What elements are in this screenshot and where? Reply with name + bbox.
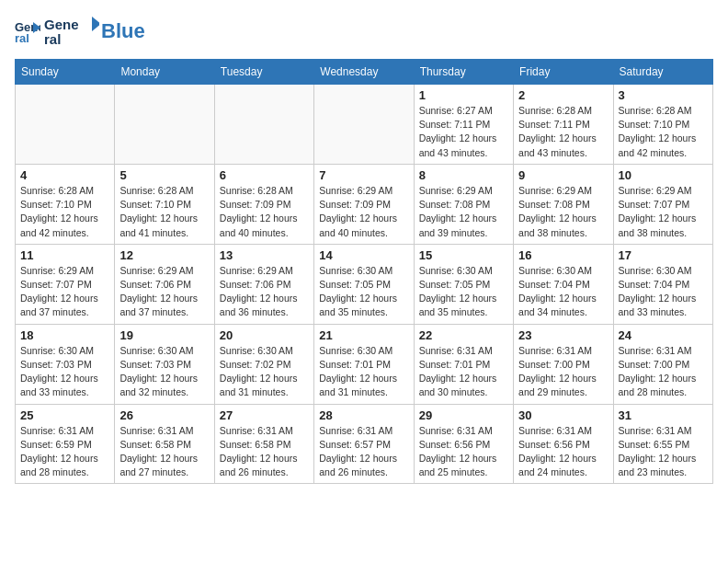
day-info: Sunrise: 6:31 AM Sunset: 7:00 PM Dayligh… (518, 344, 608, 400)
calendar-cell: 13Sunrise: 6:29 AM Sunset: 7:06 PM Dayli… (214, 244, 313, 324)
calendar-cell: 1Sunrise: 6:27 AM Sunset: 7:11 PM Daylig… (414, 85, 513, 165)
calendar-cell: 16Sunrise: 6:30 AM Sunset: 7:04 PM Dayli… (514, 244, 613, 324)
calendar-cell: 17Sunrise: 6:30 AM Sunset: 7:04 PM Dayli… (613, 244, 712, 324)
day-info: Sunrise: 6:31 AM Sunset: 6:56 PM Dayligh… (518, 424, 608, 480)
day-number: 7 (319, 168, 408, 182)
day-info: Sunrise: 6:28 AM Sunset: 7:09 PM Dayligh… (220, 184, 309, 240)
day-number: 24 (619, 328, 708, 342)
weekday-header-row: SundayMondayTuesdayWednesdayThursdayFrid… (16, 60, 713, 85)
calendar-cell: 30Sunrise: 6:31 AM Sunset: 6:56 PM Dayli… (514, 404, 613, 484)
calendar-cell: 6Sunrise: 6:28 AM Sunset: 7:09 PM Daylig… (214, 164, 313, 244)
day-number: 6 (220, 168, 309, 182)
calendar-cell: 2Sunrise: 6:28 AM Sunset: 7:11 PM Daylig… (514, 85, 613, 165)
calendar-week-row: 1Sunrise: 6:27 AM Sunset: 7:11 PM Daylig… (16, 85, 713, 165)
day-number: 13 (220, 248, 309, 262)
day-info: Sunrise: 6:30 AM Sunset: 7:01 PM Dayligh… (319, 344, 408, 400)
calendar-cell: 15Sunrise: 6:30 AM Sunset: 7:05 PM Dayli… (414, 244, 513, 324)
day-info: Sunrise: 6:30 AM Sunset: 7:03 PM Dayligh… (119, 344, 209, 400)
calendar-cell: 19Sunrise: 6:30 AM Sunset: 7:03 PM Dayli… (115, 324, 214, 404)
calendar-cell: 10Sunrise: 6:29 AM Sunset: 7:07 PM Dayli… (613, 164, 712, 244)
weekday-header-monday: Monday (115, 60, 214, 85)
day-info: Sunrise: 6:27 AM Sunset: 7:11 PM Dayligh… (419, 104, 508, 160)
calendar-cell: 31Sunrise: 6:31 AM Sunset: 6:55 PM Dayli… (613, 404, 712, 484)
calendar-cell (214, 85, 313, 165)
day-info: Sunrise: 6:30 AM Sunset: 7:04 PM Dayligh… (518, 264, 608, 320)
day-number: 2 (518, 88, 608, 102)
day-info: Sunrise: 6:31 AM Sunset: 6:58 PM Dayligh… (220, 424, 309, 480)
day-info: Sunrise: 6:28 AM Sunset: 7:10 PM Dayligh… (20, 184, 109, 240)
day-number: 5 (119, 168, 209, 182)
calendar-cell: 7Sunrise: 6:29 AM Sunset: 7:09 PM Daylig… (314, 164, 414, 244)
weekday-header-saturday: Saturday (613, 60, 712, 85)
day-number: 19 (119, 328, 209, 342)
day-number: 31 (619, 408, 708, 422)
day-info: Sunrise: 6:31 AM Sunset: 6:58 PM Dayligh… (119, 424, 209, 480)
calendar-week-row: 11Sunrise: 6:29 AM Sunset: 7:07 PM Dayli… (16, 244, 713, 324)
day-info: Sunrise: 6:31 AM Sunset: 6:59 PM Dayligh… (20, 424, 109, 480)
calendar-cell: 9Sunrise: 6:29 AM Sunset: 7:08 PM Daylig… (514, 164, 613, 244)
day-number: 11 (20, 248, 109, 262)
day-info: Sunrise: 6:31 AM Sunset: 6:55 PM Dayligh… (619, 424, 708, 480)
weekday-header-thursday: Thursday (414, 60, 513, 85)
calendar-cell: 11Sunrise: 6:29 AM Sunset: 7:07 PM Dayli… (16, 244, 115, 324)
day-number: 3 (619, 88, 708, 102)
day-info: Sunrise: 6:30 AM Sunset: 7:02 PM Dayligh… (220, 344, 309, 400)
weekday-header-tuesday: Tuesday (214, 60, 313, 85)
day-number: 22 (419, 328, 508, 342)
day-number: 12 (119, 248, 209, 262)
day-number: 27 (220, 408, 309, 422)
day-info: Sunrise: 6:29 AM Sunset: 7:07 PM Dayligh… (619, 184, 708, 240)
day-info: Sunrise: 6:30 AM Sunset: 7:05 PM Dayligh… (319, 264, 408, 320)
day-number: 8 (419, 168, 508, 182)
calendar-cell: 23Sunrise: 6:31 AM Sunset: 7:00 PM Dayli… (514, 324, 613, 404)
calendar-cell: 22Sunrise: 6:31 AM Sunset: 7:01 PM Dayli… (414, 324, 513, 404)
calendar-cell: 3Sunrise: 6:28 AM Sunset: 7:10 PM Daylig… (613, 85, 712, 165)
day-info: Sunrise: 6:30 AM Sunset: 7:04 PM Dayligh… (619, 264, 708, 320)
calendar-cell: 18Sunrise: 6:30 AM Sunset: 7:03 PM Dayli… (16, 324, 115, 404)
calendar-cell: 8Sunrise: 6:29 AM Sunset: 7:08 PM Daylig… (414, 164, 513, 244)
day-number: 26 (119, 408, 209, 422)
calendar-cell: 14Sunrise: 6:30 AM Sunset: 7:05 PM Dayli… (314, 244, 414, 324)
day-info: Sunrise: 6:28 AM Sunset: 7:11 PM Dayligh… (518, 104, 608, 160)
calendar-week-row: 18Sunrise: 6:30 AM Sunset: 7:03 PM Dayli… (16, 324, 713, 404)
calendar-cell: 5Sunrise: 6:28 AM Sunset: 7:10 PM Daylig… (115, 164, 214, 244)
calendar-cell: 21Sunrise: 6:30 AM Sunset: 7:01 PM Dayli… (314, 324, 414, 404)
day-number: 25 (20, 408, 109, 422)
day-number: 9 (518, 168, 608, 182)
calendar-cell: 28Sunrise: 6:31 AM Sunset: 6:57 PM Dayli… (314, 404, 414, 484)
day-info: Sunrise: 6:29 AM Sunset: 7:06 PM Dayligh… (220, 264, 309, 320)
day-info: Sunrise: 6:29 AM Sunset: 7:06 PM Dayligh… (119, 264, 209, 320)
logo-svg: Gene ral (44, 15, 99, 48)
day-number: 28 (319, 408, 408, 422)
day-number: 30 (518, 408, 608, 422)
day-info: Sunrise: 6:29 AM Sunset: 7:08 PM Dayligh… (419, 184, 508, 240)
calendar-table: SundayMondayTuesdayWednesdayThursdayFrid… (15, 59, 713, 484)
day-number: 18 (20, 328, 109, 342)
day-number: 1 (419, 88, 508, 102)
svg-marker-6 (92, 17, 99, 31)
calendar-cell: 27Sunrise: 6:31 AM Sunset: 6:58 PM Dayli… (214, 404, 313, 484)
calendar-cell: 20Sunrise: 6:30 AM Sunset: 7:02 PM Dayli… (214, 324, 313, 404)
svg-text:ral: ral (44, 31, 61, 47)
day-info: Sunrise: 6:31 AM Sunset: 7:00 PM Dayligh… (619, 344, 708, 400)
day-info: Sunrise: 6:29 AM Sunset: 7:09 PM Dayligh… (319, 184, 408, 240)
svg-text:ral: ral (15, 31, 29, 44)
day-number: 10 (619, 168, 708, 182)
day-number: 20 (220, 328, 309, 342)
day-info: Sunrise: 6:30 AM Sunset: 7:03 PM Dayligh… (20, 344, 109, 400)
calendar-cell: 26Sunrise: 6:31 AM Sunset: 6:58 PM Dayli… (115, 404, 214, 484)
svg-text:Gene: Gene (44, 17, 79, 32)
day-info: Sunrise: 6:29 AM Sunset: 7:07 PM Dayligh… (20, 264, 109, 320)
day-info: Sunrise: 6:29 AM Sunset: 7:08 PM Dayligh… (518, 184, 608, 240)
logo-blue: Blue (101, 19, 145, 43)
weekday-header-wednesday: Wednesday (314, 60, 414, 85)
day-number: 17 (619, 248, 708, 262)
day-number: 15 (419, 248, 508, 262)
weekday-header-friday: Friday (514, 60, 613, 85)
day-number: 21 (319, 328, 408, 342)
weekday-header-sunday: Sunday (16, 60, 115, 85)
day-info: Sunrise: 6:31 AM Sunset: 7:01 PM Dayligh… (419, 344, 508, 400)
day-number: 14 (319, 248, 408, 262)
day-info: Sunrise: 6:28 AM Sunset: 7:10 PM Dayligh… (119, 184, 209, 240)
calendar-week-row: 4Sunrise: 6:28 AM Sunset: 7:10 PM Daylig… (16, 164, 713, 244)
